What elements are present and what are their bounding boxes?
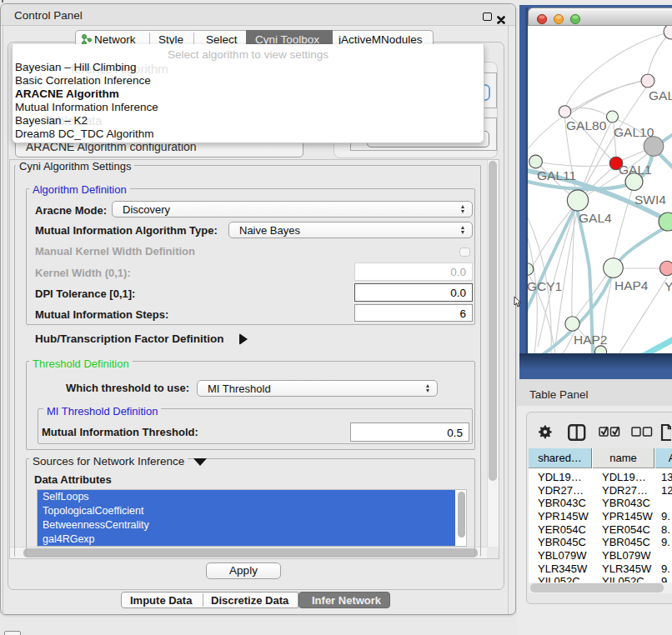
svg-text:HAP4: HAP4 — [614, 278, 649, 292]
svg-text:GAL11: GAL11 — [537, 168, 576, 182]
svg-text:GAL10: GAL10 — [614, 125, 654, 139]
svg-text:GAL1: GAL1 — [619, 162, 652, 177]
svg-text:HAP2: HAP2 — [574, 332, 608, 347]
svg-text:GAL4: GAL4 — [579, 211, 612, 225]
svg-text:Y: Y — [664, 279, 672, 293]
svg-text:SWI4: SWI4 — [634, 192, 666, 207]
svg-text:GCY1: GCY1 — [528, 279, 562, 293]
svg-text:GAL80: GAL80 — [566, 118, 607, 132]
svg-text:GAL7: GAL7 — [649, 88, 672, 102]
